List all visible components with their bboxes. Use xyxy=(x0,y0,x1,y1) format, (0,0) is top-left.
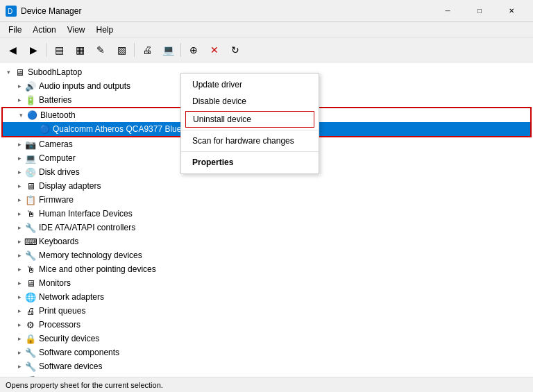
network-icon: 🌐 xyxy=(25,291,36,302)
status-bar: Opens property sheet for the current sel… xyxy=(0,377,533,392)
sw-comp-label: Software components xyxy=(39,348,530,357)
tree-item-firmware[interactable]: 📋 Firmware xyxy=(0,193,533,207)
context-menu: Update driver Disable device Uninstall d… xyxy=(180,73,319,174)
computer-icon: 🖥 xyxy=(14,67,25,78)
computer-toggle[interactable] xyxy=(14,153,25,164)
memory-label: Memory technology devices xyxy=(39,250,530,260)
print-button[interactable]: 🖨 xyxy=(137,40,157,60)
disk-icon: 💿 xyxy=(25,167,36,178)
maximize-button[interactable]: □ xyxy=(464,0,496,22)
view3-button[interactable]: ▧ xyxy=(112,40,131,60)
scan-button[interactable]: 💻 xyxy=(158,40,178,60)
tree-item-security[interactable]: 🔒 Security devices xyxy=(0,332,533,346)
display-icon: 🖥 xyxy=(25,180,36,191)
security-label: Security devices xyxy=(39,334,530,343)
menu-file[interactable]: File xyxy=(3,24,27,36)
sound-label: Sound, video and game controllers xyxy=(39,375,530,377)
disk-toggle[interactable] xyxy=(14,167,25,178)
tree-item-sw-dev[interactable]: 🔧 Software devices xyxy=(0,359,533,373)
security-toggle[interactable] xyxy=(14,333,25,344)
window-controls: ─ □ ✕ xyxy=(432,0,527,22)
bt-device-icon: 🔵 xyxy=(39,123,50,135)
print-label: Print queues xyxy=(39,306,530,316)
audio-toggle[interactable] xyxy=(14,80,25,92)
forward-button[interactable]: ▶ xyxy=(24,40,43,60)
window-title: Device Manager xyxy=(21,6,432,16)
tree-item-sw-comp[interactable]: 🔧 Software components xyxy=(0,346,533,359)
main-content: 🖥 SubodhLaptop 🔊 Audio inputs and output… xyxy=(0,62,533,377)
root-toggle[interactable] xyxy=(3,67,14,78)
tree-item-network[interactable]: 🌐 Network adapters xyxy=(0,290,533,304)
audio-icon: 🔊 xyxy=(25,80,36,92)
add-driver-button[interactable]: ⊕ xyxy=(184,40,203,60)
tree-item-print[interactable]: 🖨 Print queues xyxy=(0,304,533,318)
hid-icon: 🖱 xyxy=(25,208,36,219)
menu-view[interactable]: View xyxy=(62,24,91,36)
tree-item-ide[interactable]: 🔧 IDE ATA/ATAPI controllers xyxy=(0,221,533,235)
sw-dev-label: Software devices xyxy=(39,361,530,371)
firmware-label: Firmware xyxy=(39,195,530,205)
memory-toggle[interactable] xyxy=(14,250,25,261)
monitors-icon: 🖥 xyxy=(25,278,36,289)
mice-toggle[interactable] xyxy=(14,264,25,275)
sw-dev-toggle[interactable] xyxy=(14,361,25,372)
tree-item-processors[interactable]: ⚙ Processors xyxy=(0,318,533,332)
remove-button[interactable]: ✕ xyxy=(205,40,224,60)
ctx-properties[interactable]: Properties xyxy=(181,154,319,171)
firmware-icon: 📋 xyxy=(25,194,36,205)
ctx-uninstall-wrapper: Uninstall device xyxy=(185,111,314,128)
sw-comp-icon: 🔧 xyxy=(25,347,36,358)
sw-comp-toggle[interactable] xyxy=(14,347,25,358)
monitors-label: Monitors xyxy=(39,278,530,288)
print-icon: 🖨 xyxy=(25,305,36,316)
tree-item-keyboards[interactable]: ⌨ Keyboards xyxy=(0,235,533,248)
menu-help[interactable]: Help xyxy=(91,24,119,36)
tree-item-display[interactable]: 🖥 Display adapters xyxy=(0,179,533,193)
ctx-uninstall-device[interactable]: Uninstall device xyxy=(186,112,314,127)
view1-button[interactable]: ▤ xyxy=(49,40,69,60)
minimize-button[interactable]: ─ xyxy=(432,0,464,22)
close-button[interactable]: ✕ xyxy=(496,0,527,22)
cameras-icon: 📷 xyxy=(25,139,36,150)
processors-label: Processors xyxy=(39,320,530,330)
display-toggle[interactable] xyxy=(14,180,25,191)
firmware-toggle[interactable] xyxy=(14,194,25,205)
processors-icon: ⚙ xyxy=(25,319,36,330)
sw-dev-icon: 🔧 xyxy=(25,361,36,372)
cameras-toggle[interactable] xyxy=(14,139,25,150)
view2-button[interactable]: ▦ xyxy=(70,40,90,60)
menu-action[interactable]: Action xyxy=(27,24,61,36)
memory-icon: 🔧 xyxy=(25,250,36,261)
tree-item-monitors[interactable]: 🖥 Monitors xyxy=(0,276,533,290)
ide-icon: 🔧 xyxy=(25,222,36,233)
network-toggle[interactable] xyxy=(14,291,25,302)
tree-item-memory[interactable]: 🔧 Memory technology devices xyxy=(0,248,533,262)
display-label: Display adapters xyxy=(39,181,530,191)
tree-item-hid[interactable]: 🖱 Human Interface Devices xyxy=(0,207,533,221)
refresh-button[interactable]: ↻ xyxy=(226,40,245,60)
ctx-update-driver[interactable]: Update driver xyxy=(181,76,319,93)
toolbar-sep-2 xyxy=(134,43,135,57)
ctx-scan-hardware[interactable]: Scan for hardware changes xyxy=(181,133,319,149)
tree-item-mice[interactable]: 🖱 Mice and other pointing devices xyxy=(0,262,533,276)
toolbar-sep-1 xyxy=(46,43,46,57)
tree-item-sound[interactable]: 🎵 Sound, video and game controllers xyxy=(0,373,533,377)
bluetooth-toggle[interactable] xyxy=(15,110,26,121)
menu-bar: File Action View Help xyxy=(0,22,533,37)
properties-button[interactable]: ✎ xyxy=(91,40,110,60)
toolbar: ◀ ▶ ▤ ▦ ✎ ▧ 🖨 💻 ⊕ ✕ ↻ xyxy=(0,37,533,62)
back-button[interactable]: ◀ xyxy=(3,40,22,60)
ide-toggle[interactable] xyxy=(14,222,25,233)
sound-toggle[interactable] xyxy=(14,375,25,377)
ide-label: IDE ATA/ATAPI controllers xyxy=(39,223,530,232)
hid-toggle[interactable] xyxy=(14,208,25,219)
processors-toggle[interactable] xyxy=(14,319,25,330)
batteries-icon: 🔋 xyxy=(25,94,36,105)
ctx-disable-device[interactable]: Disable device xyxy=(181,93,319,110)
computer-icon2: 💻 xyxy=(25,153,36,164)
print-toggle[interactable] xyxy=(14,305,25,316)
svg-text:D: D xyxy=(8,8,12,15)
batteries-toggle[interactable] xyxy=(14,94,25,105)
monitors-toggle[interactable] xyxy=(14,278,25,289)
toolbar-sep-3 xyxy=(180,43,181,57)
